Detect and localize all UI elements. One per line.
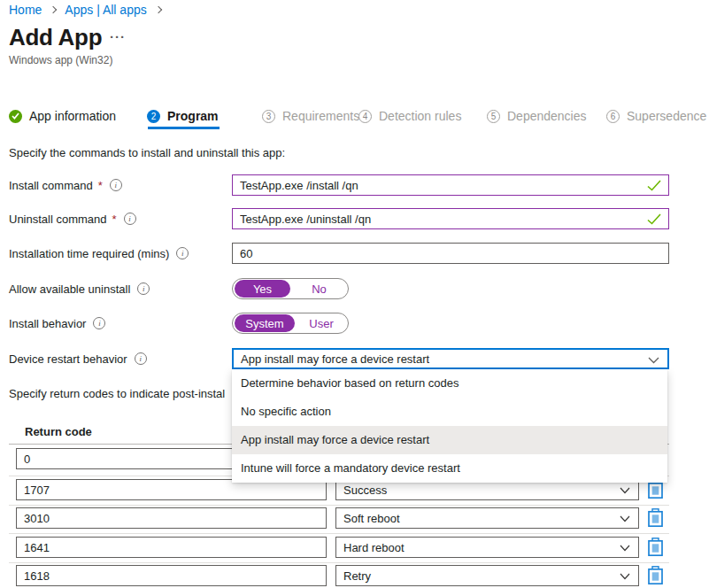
tab-detection-rules[interactable]: 4 Detection rules [358, 106, 461, 126]
allow-uninstall-label: Allow available uninstall [9, 278, 150, 299]
tab-label: Dependencies [507, 109, 587, 123]
uninstall-command-input[interactable] [232, 208, 669, 229]
delete-row-button[interactable] [646, 508, 664, 528]
chevron-down-icon [620, 545, 630, 552]
info-icon[interactable] [110, 179, 122, 191]
toggle-option-yes[interactable]: Yes [235, 280, 290, 298]
valid-check-icon [647, 180, 661, 191]
valid-check-icon [647, 213, 661, 225]
trash-icon [647, 566, 664, 584]
delete-row-button[interactable] [646, 480, 664, 499]
code-type-select[interactable]: Retry [335, 565, 639, 586]
page-title: Add App [9, 24, 102, 51]
tab-label: Detection rules [379, 109, 461, 123]
chevron-right-icon [154, 6, 161, 13]
commands-intro-text: Specify the commands to install and unin… [9, 146, 285, 159]
more-menu-button[interactable]: ··· [110, 29, 126, 44]
restart-option[interactable]: Determine behavior based on return codes [232, 369, 667, 398]
page-subtitle: Windows app (Win32) [9, 54, 112, 66]
required-asterisk: * [112, 213, 117, 226]
active-tab-underline [148, 127, 220, 129]
breadcrumb: Home Apps | All apps [9, 3, 163, 17]
step-3-icon: 3 [262, 110, 275, 123]
step-2-icon: 2 [147, 110, 160, 123]
code-type-select[interactable]: Hard reboot [335, 537, 639, 558]
toggle-option-no[interactable]: No [290, 282, 348, 296]
tab-requirements[interactable]: 3 Requirements [262, 106, 359, 126]
restart-behavior-dropdown: Determine behavior based on return codes… [232, 369, 667, 483]
tab-app-information[interactable]: App information [9, 106, 116, 126]
restart-option[interactable]: Intune will force a mandatory device res… [232, 454, 667, 483]
tab-label: Supersedence [627, 109, 706, 123]
tab-label: App information [29, 109, 116, 123]
trash-icon [647, 508, 664, 527]
row-divider [9, 562, 669, 563]
toggle-option-user[interactable]: User [295, 317, 348, 330]
required-asterisk: * [98, 179, 103, 192]
check-icon [9, 110, 22, 123]
tab-label: Program [167, 109, 219, 123]
chevron-down-icon [620, 515, 630, 522]
row-divider [9, 505, 669, 506]
restart-behavior-value: App install may force a device restart [241, 352, 429, 366]
tab-program[interactable]: 2 Program [147, 106, 219, 126]
install-behavior-toggle: System User [232, 313, 349, 334]
trash-icon [647, 480, 664, 499]
row-divider [9, 533, 669, 534]
tab-label: Requirements [282, 109, 359, 123]
trash-icon [647, 538, 664, 556]
info-icon[interactable] [176, 247, 189, 259]
info-icon[interactable] [135, 352, 147, 365]
chevron-down-icon [620, 573, 630, 580]
return-code-input[interactable] [16, 565, 327, 586]
restart-option[interactable]: No specific action [232, 398, 667, 426]
install-command-label: Install command* [9, 174, 122, 196]
code-type-select[interactable]: Soft reboot [335, 507, 639, 529]
step-4-icon: 4 [358, 110, 372, 123]
return-code-input[interactable] [16, 507, 327, 529]
restart-behavior-label: Device restart behavior [9, 348, 147, 369]
info-icon[interactable] [93, 317, 105, 329]
restart-behavior-select[interactable]: App install may force a device restart [232, 348, 669, 369]
info-icon[interactable] [124, 213, 136, 225]
install-time-label: Installation time required (mins) [9, 243, 189, 264]
tab-supersedence[interactable]: 6 Supersedence [606, 106, 706, 126]
uninstall-command-label: Uninstall command* [9, 208, 136, 229]
step-5-icon: 5 [487, 110, 500, 123]
tab-dependencies[interactable]: 5 Dependencies [487, 106, 587, 126]
chevron-down-icon [648, 357, 659, 364]
step-6-icon: 6 [606, 110, 620, 123]
breadcrumb-all-apps-link[interactable]: Apps | All apps [65, 3, 146, 17]
restart-option[interactable]: App install may force a device restart [232, 426, 667, 454]
return-codes-intro-text: Specify return codes to indicate post-in… [9, 387, 225, 400]
install-behavior-label: Install behavior [9, 313, 105, 334]
toggle-option-system[interactable]: System [235, 314, 295, 332]
chevron-right-icon [50, 6, 57, 13]
install-time-input[interactable] [232, 243, 669, 264]
info-icon[interactable] [137, 282, 150, 295]
breadcrumb-home-link[interactable]: Home [9, 3, 42, 17]
chevron-down-icon [620, 487, 630, 494]
allow-uninstall-toggle: Yes No [232, 278, 349, 299]
install-command-input[interactable] [232, 174, 669, 196]
return-code-input[interactable] [16, 537, 327, 558]
delete-row-button[interactable] [646, 566, 664, 585]
add-app-page: Home Apps | All apps Add App ··· Windows… [0, 0, 709, 588]
return-code-column-header: Return code [25, 425, 92, 438]
delete-row-button[interactable] [646, 538, 664, 557]
